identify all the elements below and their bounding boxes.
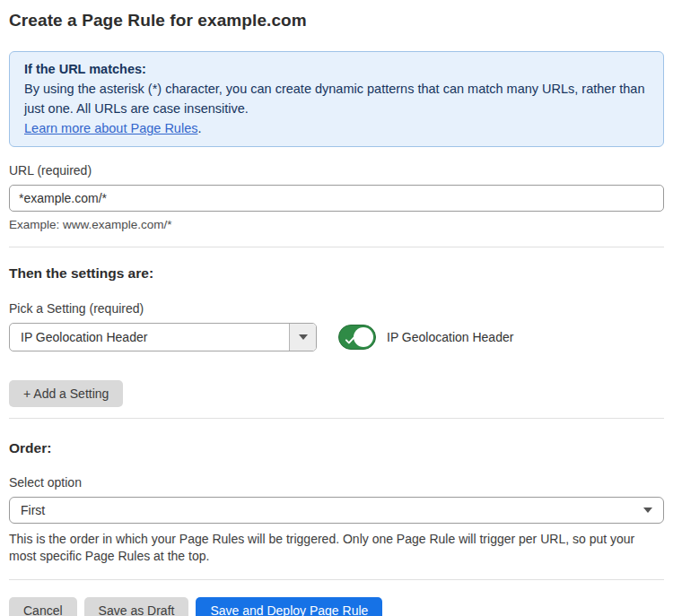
info-box-body: By using the asterisk (*) character, you… [24,79,649,118]
chevron-down-icon [643,508,652,513]
order-section-heading: Order: [9,440,664,456]
settings-section-heading: Then the settings are: [9,265,664,282]
order-select[interactable]: First [9,497,664,524]
link-period: . [197,121,201,135]
footer-actions: Cancel Save as Draft Save and Deploy Pag… [9,597,664,616]
divider [9,579,664,580]
order-help-text: This is the order in which your Page Rul… [9,531,664,565]
url-input[interactable] [9,185,664,212]
setting-row: IP Geolocation Header IP Geolocation Hea… [9,323,664,351]
url-match-info-box: If the URL matches: By using the asteris… [9,51,664,147]
page-title: Create a Page Rule for example.com [9,11,664,30]
ip-geolocation-toggle[interactable] [338,325,376,350]
add-setting-button[interactable]: + Add a Setting [9,380,123,407]
divider [9,418,664,419]
info-box-heading: If the URL matches: [24,59,649,79]
url-example-hint: Example: www.example.com/* [9,218,664,231]
cancel-button[interactable]: Cancel [9,597,77,616]
setting-select-value: IP Geolocation Header [10,324,289,351]
toggle-knob [354,327,373,347]
url-field-label: URL (required) [9,163,664,178]
page-rule-form: Create a Page Rule for example.com If th… [0,0,673,616]
info-box-link-line: Learn more about Page Rules. [24,118,649,138]
setting-select[interactable]: IP Geolocation Header [9,323,317,351]
setting-select-arrow-button[interactable] [289,324,316,351]
chevron-down-icon [299,334,308,340]
pick-setting-label: Pick a Setting (required) [9,301,664,316]
order-select-value: First [21,503,45,517]
divider [9,247,664,247]
order-select-label: Select option [9,475,664,490]
toggle-label: IP Geolocation Header [387,330,513,344]
learn-more-link[interactable]: Learn more about Page Rules [24,121,197,135]
save-as-draft-button[interactable]: Save as Draft [84,597,189,616]
save-and-deploy-button[interactable]: Save and Deploy Page Rule [196,597,382,616]
